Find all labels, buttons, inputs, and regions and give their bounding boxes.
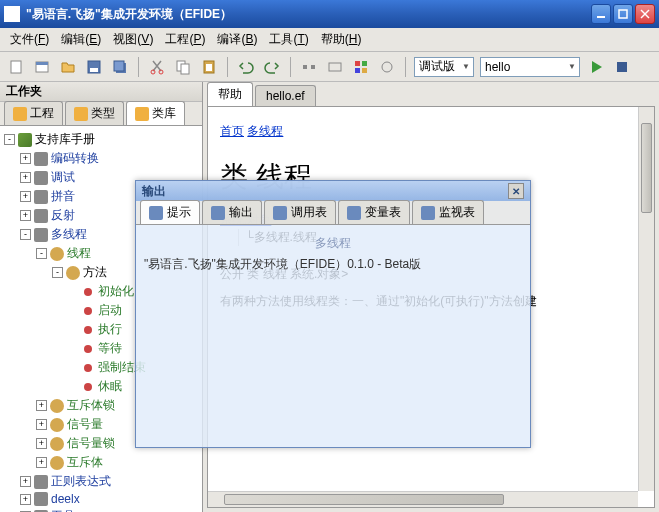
tab-icon [421,206,435,220]
tree-expander-icon[interactable]: + [36,457,47,468]
config-select[interactable]: 调试版 [414,57,474,77]
new-project-icon[interactable] [32,57,52,77]
copy-icon[interactable] [173,57,193,77]
cls-icon [50,399,64,413]
save-icon[interactable] [84,57,104,77]
menu-item[interactable]: 视图(V) [107,29,159,50]
menu-item[interactable]: 工具(T) [263,29,314,50]
tree-label: 调试 [51,169,75,186]
stop-button[interactable] [612,57,632,77]
output-panel-body: 多线程 "易语言.飞扬"集成开发环境（EFIDE）0.1.0 - Beta版 [136,225,530,279]
svg-rect-10 [114,61,124,71]
output-tab[interactable]: 调用表 [264,200,336,224]
tree-node[interactable]: +编码转换 [2,149,200,168]
tab-icon [149,206,163,220]
cat-icon [34,228,48,242]
tree-label: 线程 [67,245,91,262]
tree-expander-icon[interactable]: + [36,400,47,411]
tree-node[interactable]: +deelx [2,491,200,507]
svg-rect-19 [329,63,341,71]
run-button[interactable] [586,57,606,77]
menu-item[interactable]: 帮助(H) [315,29,368,50]
tree-expander-icon[interactable]: + [20,172,31,183]
svg-rect-23 [362,68,367,73]
document-tabs: 帮助hello.ef [203,82,659,106]
tree-label: 启动 [98,302,122,319]
output-line: "易语言.飞扬"集成开发环境（EFIDE）0.1.0 - Beta版 [144,256,522,273]
scrollbar-vertical[interactable] [638,107,654,491]
tree-label: 支持库手册 [35,131,95,148]
close-button[interactable] [635,4,655,24]
tree-label: 拼音 [51,188,75,205]
output-tab[interactable]: 监视表 [412,200,484,224]
method-icon [84,288,92,296]
scrollbar-horizontal[interactable] [208,491,638,507]
tab-icon [135,107,149,121]
breadcrumb-link[interactable]: 首页 [220,124,244,138]
breadcrumb-link[interactable]: 多线程 [247,124,283,138]
tree-label: 方法 [83,264,107,281]
method-icon [84,307,92,315]
sidebar-tab[interactable]: 类型 [65,101,124,125]
tree-label: 信号量 [67,416,103,433]
output-panel-close-button[interactable]: ✕ [508,183,524,199]
sidebar-tab[interactable]: 工程 [4,101,63,125]
output-panel: 输出 ✕ 提示输出调用表变量表监视表 多线程 "易语言.飞扬"集成开发环境（EF… [135,180,531,448]
tool-icon-3[interactable] [351,57,371,77]
breadcrumb: 首页 多线程 [220,123,642,140]
menu-item[interactable]: 编译(B) [211,29,263,50]
tree-expander-icon[interactable]: + [20,494,31,505]
tree-expander-icon[interactable]: + [20,476,31,487]
svg-rect-14 [181,64,189,74]
output-panel-tabs: 提示输出调用表变量表监视表 [136,201,530,225]
cut-icon[interactable] [147,57,167,77]
tree-node[interactable]: -支持库手册 [2,130,200,149]
output-tab[interactable]: 变量表 [338,200,410,224]
titlebar: "易语言.飞扬"集成开发环境（EFIDE） [0,0,659,28]
tree-expander-icon[interactable]: + [20,210,31,221]
tree-node[interactable]: +工具 [2,507,200,512]
maximize-button[interactable] [613,4,633,24]
tool-icon-2[interactable] [325,57,345,77]
menu-item[interactable]: 文件(F) [4,29,55,50]
toolbar: 调试版 hello [0,52,659,82]
paste-icon[interactable] [199,57,219,77]
tree-expander-icon[interactable]: - [20,229,31,240]
tool-icon-4[interactable] [377,57,397,77]
save-all-icon[interactable] [110,57,130,77]
output-panel-titlebar[interactable]: 输出 ✕ [136,181,530,201]
tree-expander-icon[interactable]: - [52,267,63,278]
titlebar-text: "易语言.飞扬"集成开发环境（EFIDE） [26,6,591,23]
menu-item[interactable]: 编辑(E) [55,29,107,50]
run-target-select[interactable]: hello [480,57,580,77]
tree-expander-icon[interactable]: - [4,134,15,145]
document-tab[interactable]: hello.ef [255,85,316,106]
document-tab[interactable]: 帮助 [207,82,253,106]
svg-rect-4 [11,61,21,73]
minimize-button[interactable] [591,4,611,24]
sidebar-tab[interactable]: 类库 [126,101,185,125]
menu-item[interactable]: 工程(P) [159,29,211,50]
tree-expander-icon[interactable]: - [36,248,47,259]
tree-node[interactable]: +互斥体 [2,453,200,472]
tree-expander-icon[interactable]: + [36,419,47,430]
output-tab[interactable]: 提示 [140,200,200,224]
open-icon[interactable] [58,57,78,77]
tree-expander-icon[interactable]: + [20,191,31,202]
cat-icon [34,475,48,489]
tree-node[interactable]: +正则表达式 [2,472,200,491]
app-icon [4,6,20,22]
tree-expander-icon[interactable]: + [36,438,47,449]
cat-icon [34,190,48,204]
new-file-icon[interactable] [6,57,26,77]
tree-label: 执行 [98,321,122,338]
sidebar-title: 工作夹 [0,82,202,102]
tree-label: 休眠 [98,378,122,395]
output-tab[interactable]: 输出 [202,200,262,224]
tree-expander-icon[interactable]: + [20,153,31,164]
tool-icon-1[interactable] [299,57,319,77]
redo-icon[interactable] [262,57,282,77]
cls-icon [50,456,64,470]
undo-icon[interactable] [236,57,256,77]
tree-label: 反射 [51,207,75,224]
